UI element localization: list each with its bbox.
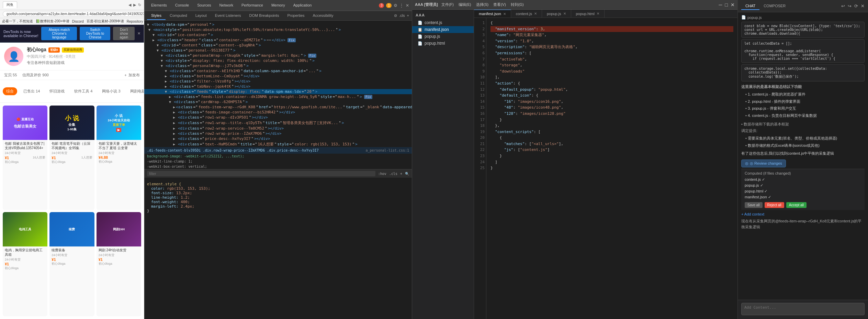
filter-icon[interactable]: ⊘ [394,13,397,18]
subtab-computed[interactable]: Computed [166,12,191,20]
subtab-event-listeners[interactable]: Event Listeners [211,12,245,20]
devtools-tab-console[interactable]: Console [171,2,193,9]
chat-tab-chat[interactable]: CHAT [741,2,759,10]
chat-redo-icon[interactable]: ↪ [848,3,852,9]
bookmark-2[interactable]: 📗微博转发-200+申请 [36,19,69,24]
tree-node-6[interactable]: ▼ <div class="personal--9S138I77"> [144,48,412,53]
tree-node-7[interactable]: ▼ <div class="personalWrap--rtkugGk" sty… [144,53,412,58]
editor-tab-popup-js[interactable]: popup.js ✕ [542,10,571,18]
product-card-1[interactable]: 🔴 直播互动 包邮古装美女 包邮 我被古装美女包围了|支持VR|Build.13… [3,106,47,210]
tree-node-20[interactable]: ▶ <div class="row1-wrap--title--qlDy5Th"… [144,120,412,126]
chat-tab-composer[interactable]: COMPOSER [759,2,790,10]
chat-undo-icon[interactable]: ↩ [841,3,845,9]
tree-node-8[interactable]: ▼ <div style="display: flex; flex-direct… [144,58,412,63]
banner-close-icon[interactable]: ✕ [137,31,140,36]
add-context-btn[interactable]: + Add context [741,210,865,218]
save-all-btn[interactable]: Save all [745,202,763,208]
sidebar-file-popup-js[interactable]: 📄 popup.js [412,33,474,40]
menu-select[interactable]: 选择(S) [476,2,489,7]
tree-node-22[interactable]: ▶ <div class="row2-wrap-price--IZmX7MO6"… [144,131,412,136]
pseudo-search[interactable]: 🔍 [405,172,409,176]
url-input[interactable]: goofish.com/personal/spm=a21ybx.item.ite… [3,11,144,17]
tab-all[interactable]: 综合 [3,87,17,95]
subtab-layout[interactable]: Layout [191,12,211,20]
tab-close-4[interactable]: ✕ [597,12,599,15]
tree-node-3[interactable]: ▼ <div id="ice-container"> [144,32,412,37]
win-maximize[interactable]: □ [725,2,728,8]
devtools-tab-memory[interactable]: Memory [267,2,289,9]
devtools-tab-performance[interactable]: Performance [237,2,267,9]
menu-goto[interactable]: 转到(G) [511,2,524,7]
reject-all-btn[interactable]: Reject all [765,202,784,208]
tab-novels[interactable]: 网络小说 3 [99,87,124,95]
code-content[interactable]: { "manifest_version": 3, "name": "网页元素采集… [486,18,737,319]
cls-icon[interactable]: .cls [399,13,405,18]
win-close[interactable]: ✕ [731,2,735,8]
btn-match-language[interactable]: Always match Chrome's language [41,27,77,40]
product-card-3[interactable]: 小 说 24小时全天自动 直接下单 ▶ 包邮 宝妻天妻，这普铺太不当了 夏瑶 云… [97,106,141,210]
browser-tab-active[interactable]: 闲鱼 [3,1,17,8]
devtools-close-icon[interactable]: ✕ [406,3,409,8]
bookmark-3[interactable]: 百度-职位素材-2009申请 [87,19,124,24]
bookmark-1[interactable]: 必看一下，不然知道 [2,19,33,24]
tab-films[interactable]: 网剧电影 10 [127,87,144,95]
review-changes-btn[interactable]: ◎ ◎ Review changes [741,160,786,167]
plus-icon[interactable]: + [407,13,409,18]
tree-node-16[interactable]: ▼ <div class="cardWrap--620HP57A"> [144,99,412,104]
chat-close-icon[interactable]: ✕ [861,3,865,9]
bookmark-discord[interactable]: Discord [72,20,84,23]
btn-dismiss-banner[interactable]: Don't show again [113,27,135,40]
tree-node-10[interactable]: ▼ <div class="container--kE1fh1HO" data-… [144,68,412,74]
product-card-2[interactable]: 小 说 全集 1-95集 包邮 笔音笔手短剧（云深不闻鹿鸣）全95集 24小时有… [49,106,94,210]
tree-node-11[interactable]: ▶ <div class="bottomLine--CmOyyat"></div… [144,74,412,79]
sidebar-file-content-js[interactable]: 📄 content.js [412,19,474,26]
devtools-tab-sources[interactable]: Sources [193,2,215,9]
pseudo-plus[interactable]: + [400,172,402,176]
tree-node-12[interactable]: ▶ <div class="filter--lVzo8fg"></div> [144,79,412,84]
tree-node-1[interactable]: ▼ <tbody data-spm="personal"> [144,22,412,27]
editor-tab-content[interactable]: content.js ✕ [511,10,542,18]
styles-filter-input[interactable] [147,171,375,176]
devtools-settings-icon[interactable]: ⚙ [394,3,397,8]
bookmark-4[interactable]: Repository search... [127,20,144,23]
add-product-btn[interactable]: ＋ 加发布 [124,73,140,78]
chat-input[interactable] [741,303,865,315]
devtools-tab-application[interactable]: Application [289,2,316,9]
tree-node-4[interactable]: ▶ <div class="header" class="container--… [144,37,412,43]
editor-tab-popup-html[interactable]: popup.html ✕ [571,10,605,18]
menu-edit[interactable]: 编辑(E) [459,2,471,7]
product-card-4[interactable]: 电鸡工具 电鸡，胸用穿云箭电商工具箱 24小时有货 ¥1 初心0loga [3,212,47,316]
tree-node-24[interactable]: ▶ <div class="text--HaMSCmdn" title="16人… [144,141,412,147]
tree-node-21[interactable]: ▶ <div class="row2-wrap-service--Tm0CM52… [144,126,412,131]
tab-sold[interactable]: 已售出 14 [20,87,43,95]
tree-node-2[interactable]: ▼ <main style="position:absolute;top:50%… [144,27,412,32]
menu-file[interactable]: 文件(F) [441,2,454,7]
accept-all-btn[interactable]: Accept all [786,202,807,208]
sidebar-file-popup-html[interactable]: 📄 popup.html [412,40,474,47]
nav-back[interactable]: ◀ [128,3,131,7]
btn-switch-chinese[interactable]: Switch DevTools to Chinese [80,27,110,40]
product-card-5[interactable]: 续费 续费装备 24小时有货 ¥1 初心0loga [49,212,94,316]
sidebar-file-manifest[interactable]: 📋 manifest.json [412,26,474,33]
tree-node-14-selected[interactable]: ▼ <div class="feeds" style="display: fle… [144,89,412,94]
tab-close-2[interactable]: ✕ [534,12,537,15]
tab-close-3[interactable]: ✕ [563,12,566,15]
tree-node-17[interactable]: ▶ <a class="feeds-item-wrap--rGdH_K08" h… [144,104,412,110]
tree-node-9[interactable]: ▼ <div class="personalWrap--jJTv3kOB"> [144,63,412,68]
pseudo-hover[interactable]: :hov [378,172,386,176]
subtab-accessibility[interactable]: Accessibility [309,12,338,20]
tree-node-23[interactable]: ▶ <div class="price-desc--hxYvy3I7"></di… [144,136,412,141]
devtools-tab-elements[interactable]: Elements [147,2,171,9]
tab-games[interactable]: 怀旧游戏 [46,87,68,95]
tab-close-1[interactable]: ✕ [503,12,506,16]
product-card-6[interactable]: 网剧24H 网剧 24H自动发货 24小时有货 ¥1 初心0loga [97,212,141,316]
subtab-dom-breakpoints[interactable]: DOM Breakpoints [245,12,283,20]
devtools-more-icon[interactable]: ⋮ [399,3,404,8]
subtab-properties[interactable]: Properties [283,12,308,20]
tree-node-18[interactable]: ▶ <div class="feeds-image-container--bi5… [144,110,412,115]
pseudo-cls[interactable]: .cls [389,172,397,176]
menu-view[interactable]: 查看(V) [493,2,506,7]
editor-tab-manifest[interactable]: manifest.json ✕ [474,10,511,18]
nav-forward[interactable]: ▶ [133,3,136,7]
tree-node-13[interactable]: ▶ <div class="tabNav--jqok4tK"></div> [144,84,412,89]
